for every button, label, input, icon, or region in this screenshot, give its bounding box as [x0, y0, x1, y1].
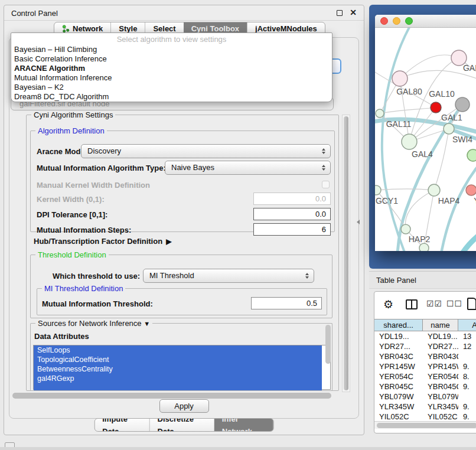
columns-icon[interactable] [406, 299, 418, 309]
node-salmon[interactable] [466, 185, 476, 195]
node-gal10-red[interactable] [431, 102, 441, 113]
mi-threshold-group: MI Threshold Definition Mutual Informati… [37, 288, 327, 315]
combo-arrows-icon [322, 165, 325, 171]
node-green[interactable] [467, 149, 476, 161]
network-window-titlebar [375, 15, 476, 28]
dropdown-item[interactable]: Bayesian – Hill Climbing [11, 45, 332, 54]
mi-type-value: Naive Bayes [171, 163, 214, 172]
table-header-row: shared... name A [374, 319, 476, 331]
cyni-algorithm-settings-group: Cyni Algorithm Settings Algorithm Defini… [26, 115, 339, 391]
settings-vscrollbar[interactable] [342, 115, 350, 392]
zoom-traffic-light-icon[interactable] [405, 17, 413, 25]
attribute-item[interactable]: TopologicalCoefficient [34, 355, 322, 364]
panel-title: Control Panel [11, 9, 58, 18]
dropdown-item[interactable]: Bayesian – K2 [11, 83, 332, 92]
node-label: GCY1 [376, 196, 398, 206]
expand-arrow-icon: ▶ [166, 237, 171, 246]
table-panel-titlebar: Table Panel [369, 271, 476, 289]
cyni-settings-title: Cyni Algorithm Settings [31, 110, 115, 119]
minimize-traffic-light-icon[interactable] [393, 17, 400, 25]
tab-discretize-data[interactable]: Discretize Data [149, 419, 214, 431]
node[interactable] [376, 109, 384, 118]
kernel-width-field[interactable]: 0.0 [253, 193, 331, 205]
node-label: HAP4 [438, 196, 460, 206]
which-threshold-value: MI Threshold [149, 271, 194, 280]
table-row[interactable]: YPR145W YPR145W 9. [374, 361, 476, 371]
column-header[interactable]: shared... [374, 319, 423, 331]
dpi-tolerance-label: DPI Tolerance [0,1]: [37, 210, 107, 219]
attribute-item[interactable]: BetweennessCentrality [34, 364, 322, 374]
network-window[interactable]: GAL80 GAL10 GAL11 GAL1 SWI4 GAL4 GCY1 HA… [375, 15, 476, 251]
node-label: GAL [463, 63, 476, 73]
settings-hscrollbar[interactable] [11, 392, 340, 399]
close-icon[interactable]: ✕ [350, 8, 357, 17]
aracne-mode-select[interactable]: Discovery [81, 144, 331, 158]
table-row[interactable]: YBR043C YBR043C [374, 351, 476, 361]
network-canvas[interactable]: GAL80 GAL10 GAL11 GAL1 SWI4 GAL4 GCY1 HA… [375, 28, 476, 251]
close-traffic-light-icon[interactable] [380, 17, 388, 25]
settings-hscroll-thumb[interactable] [12, 393, 331, 399]
attribute-item-partial[interactable] [34, 383, 322, 390]
attribute-item[interactable]: SelfLoops [34, 345, 322, 355]
node-label: Y [474, 196, 476, 206]
attributes-scrollbar[interactable] [325, 325, 331, 364]
hub-definition-expander[interactable]: Hub/Transcription Factor Definition▶ [34, 237, 171, 246]
table-hscrollbar[interactable] [374, 421, 476, 429]
which-threshold-select[interactable]: MI Threshold [143, 269, 314, 283]
table-row[interactable]: YDL19... YDL19... 13 [374, 331, 476, 341]
node-gal4[interactable] [402, 134, 417, 149]
column-header[interactable]: name [423, 319, 458, 331]
float-window-icon[interactable] [337, 10, 343, 16]
table-row[interactable]: YDR27... YDR27... 12 [374, 341, 476, 351]
sources-title[interactable]: Sources for Network Inference ▼ [35, 319, 152, 328]
algorithm-definition-title: Algorithm Definition [35, 126, 107, 135]
bottom-tabstrip: Impute Data Discretize Data Infer Networ… [94, 418, 274, 432]
node-label: GAL4 [412, 149, 433, 159]
mi-steps-label: Mutual Information Steps: [37, 226, 131, 234]
node-label: HAP2 [409, 234, 431, 244]
node-label: SWI4 [452, 135, 472, 144]
table-hscroll-thumb[interactable] [377, 423, 476, 428]
select-all-checkboxes-icon[interactable]: ☑☑ [426, 299, 442, 308]
table-row[interactable]: YIL052C YIL052C 9. [374, 412, 476, 420]
splitter-collapse-icon[interactable] [357, 220, 360, 224]
algorithm-definition-group: Algorithm Definition Aracne Mode: Discov… [30, 131, 335, 232]
gear-icon[interactable]: ⚙ [383, 298, 393, 311]
table-row[interactable]: YLR345W YLR345W 9. [374, 402, 476, 412]
dpi-tolerance-field[interactable]: 0.0 [253, 208, 331, 220]
mi-steps-field[interactable]: 6 [253, 223, 331, 236]
dropdown-item-selected[interactable]: ARACNE Algorithm [11, 64, 332, 73]
network-icon [62, 25, 70, 32]
node-hap2[interactable] [401, 224, 410, 234]
collapse-arrow-icon: ▼ [144, 320, 150, 327]
dropdown-item[interactable]: Dream8 DC_TDC Algorithm [11, 92, 332, 102]
apply-button[interactable]: Apply [159, 399, 209, 413]
mi-threshold-field[interactable]: 0.5 [251, 297, 322, 309]
mi-threshold-label: Mutual Information Threshold: [42, 299, 153, 308]
node-gray[interactable] [455, 97, 470, 112]
export-table-icon[interactable] [467, 298, 476, 310]
table-row[interactable]: YBR045C YBR045C 9. [374, 381, 476, 392]
node-gal80[interactable] [392, 71, 407, 86]
table-row[interactable]: YBL079W YBL079W [374, 392, 476, 402]
mi-algorithm-type-select[interactable]: Naive Bayes [165, 161, 331, 175]
threshold-definition-title: Threshold Definition [35, 250, 109, 259]
table-window: ⚙ ☑☑ ☐☐ shared... name A YDL19... YDL19.… [374, 291, 476, 433]
attribute-item[interactable]: gal4RGexp [34, 374, 322, 383]
node-label: GAL10 [429, 89, 455, 99]
dropdown-item[interactable]: Basic Correlation Inference [11, 54, 332, 64]
column-header[interactable]: A [458, 319, 476, 331]
settings-vscroll-thumb[interactable] [344, 116, 348, 390]
node-gal1[interactable] [444, 123, 454, 134]
which-threshold-label: Which threshold to use: [53, 272, 140, 281]
node-label: GAL80 [396, 87, 422, 96]
dropdown-item[interactable]: Mutual Information Inference [11, 73, 332, 83]
manual-kernel-checkbox[interactable] [322, 181, 330, 188]
node-hap4[interactable] [428, 184, 440, 196]
table-row[interactable]: YER054C YER054C 8. [374, 371, 476, 381]
tab-infer-network[interactable]: Infer Network [214, 419, 273, 431]
node[interactable] [419, 243, 429, 251]
node-gcy1[interactable] [375, 185, 381, 195]
tab-impute-data[interactable]: Impute Data [94, 419, 149, 431]
deselect-all-checkboxes-icon[interactable]: ☐☐ [446, 299, 462, 308]
